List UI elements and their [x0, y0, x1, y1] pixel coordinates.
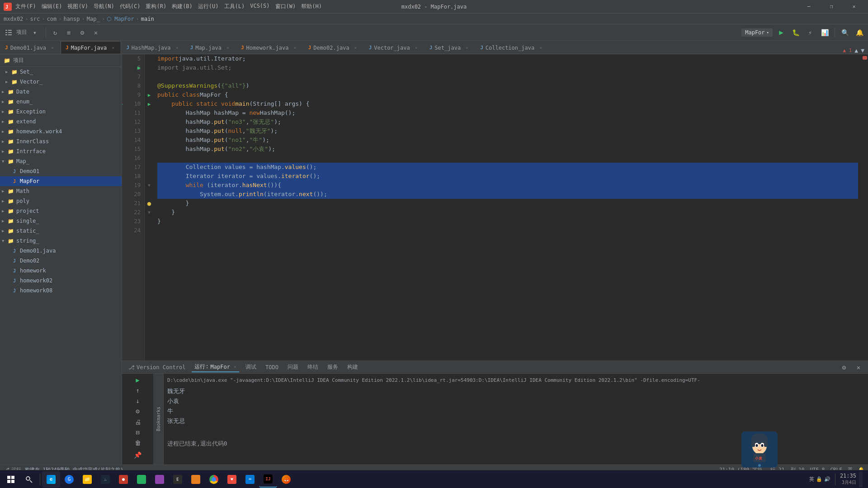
sidebar-item-set[interactable]: ▶ 📁 Set_ — [0, 67, 122, 77]
sidebar-item-homework02[interactable]: J homework02 — [0, 276, 122, 286]
bottom-tab-services[interactable]: 服务 — [325, 362, 341, 372]
bookmarks-label[interactable]: Bookmarks — [156, 407, 161, 431]
sidebar-item-date[interactable]: ▶ 📁 Date — [0, 87, 122, 97]
taskbar-notify2[interactable]: 🔊 — [824, 476, 830, 482]
taskbar-app6[interactable] — [132, 471, 151, 488]
sidebar-item-intrrface[interactable]: ▶ 📁 Intrrface — [0, 146, 122, 156]
sidebar-item-innerclass[interactable]: ▶ 📁 InnerClass — [0, 136, 122, 146]
sync-btn[interactable]: ↻ — [49, 27, 61, 38]
debug-button[interactable]: 🐛 — [790, 27, 802, 38]
tab-close-mapfor[interactable]: ✕ — [110, 45, 116, 51]
menu-window[interactable]: 窗口(W) — [275, 3, 296, 10]
profile-btn[interactable]: 📊 — [819, 27, 830, 38]
sidebar-item-project[interactable]: ▶ 📁 project — [0, 206, 122, 216]
menu-view[interactable]: 视图(V) — [67, 3, 88, 10]
taskbar-app7[interactable] — [151, 471, 169, 488]
taskbar-explorer[interactable]: 📁 — [78, 471, 96, 488]
sidebar-item-poly[interactable]: ▶ 📁 poly — [0, 196, 122, 206]
taskbar-app11[interactable]: ♥ — [223, 471, 241, 488]
code-content[interactable]: import java.util.Iterator; import java.u… — [154, 54, 862, 361]
taskbar-input-method[interactable]: 英 — [809, 476, 814, 483]
sidebar-item-homework[interactable]: J homework — [0, 266, 122, 276]
bottom-close-btn[interactable]: ✕ — [853, 361, 864, 373]
sidebar-item-single[interactable]: ▶ 📁 single_ — [0, 216, 122, 226]
tab-mapfor[interactable]: J MapFor.java ✕ — [61, 41, 121, 54]
breadcrumb-main[interactable]: main — [141, 16, 154, 22]
show-desktop-btn[interactable] — [859, 471, 863, 488]
print-btn[interactable]: 🖨 — [132, 418, 144, 426]
menu-edit[interactable]: 编辑(E) — [42, 3, 62, 10]
sidebar-item-homework-work4[interactable]: ▶ 📁 homework.work4 — [0, 127, 122, 136]
search-taskbar-btn[interactable] — [20, 471, 38, 488]
tab-map[interactable]: J Map.java ✕ — [185, 41, 236, 54]
editor-scrollbar[interactable] — [862, 54, 868, 361]
tab-vector[interactable]: J Vector_java ✕ — [364, 41, 425, 54]
sidebar-item-extend[interactable]: ▶ 📁 extend — [0, 117, 122, 127]
taskbar-intellij[interactable]: IJ — [259, 471, 277, 488]
project-dropdown[interactable]: ▾ — [29, 27, 41, 38]
menu-vcs[interactable]: VCS(S) — [250, 3, 269, 10]
sidebar-item-vector[interactable]: ▶ 📁 Vector_ — [0, 77, 122, 87]
run-config-selector[interactable]: MapFor ▾ — [741, 28, 773, 37]
tab-close-demo02[interactable]: ✕ — [353, 45, 359, 51]
tab-close-collection[interactable]: ✕ — [538, 45, 544, 51]
run-button[interactable]: ▶ — [775, 27, 787, 38]
close-panel-btn[interactable]: ✕ — [90, 27, 102, 38]
sidebar-item-enum[interactable]: ▶ 📁 enum_ — [0, 97, 122, 107]
collapse-btn[interactable]: ≡ — [63, 27, 75, 38]
breadcrumb-hansp[interactable]: hansp — [63, 16, 80, 22]
taskbar-app9[interactable] — [187, 471, 205, 488]
menu-navigate[interactable]: 导航(N) — [94, 3, 114, 10]
tab-set[interactable]: J Set_java ✕ — [425, 41, 475, 54]
tab-close-set[interactable]: ✕ — [464, 45, 470, 51]
bottom-tab-vcs[interactable]: ⎇ Version Control — [126, 363, 188, 371]
run-settings-btn2[interactable]: ⚙ — [132, 407, 144, 416]
minimize-button[interactable]: ─ — [798, 0, 819, 14]
start-btn[interactable] — [2, 471, 20, 488]
menu-run[interactable]: 运行(U) — [198, 3, 219, 10]
run-tab-close[interactable]: ✕ — [234, 364, 236, 369]
run-misc-btn[interactable]: ⊟ — [132, 428, 144, 436]
sidebar-item-map[interactable]: ▼ 📁 Map_ — [0, 156, 122, 166]
taskbar-firefox[interactable]: 🦊 — [277, 471, 295, 488]
breadcrumb-com[interactable]: com — [47, 16, 57, 22]
menu-help[interactable]: 帮助(H) — [301, 3, 322, 10]
search-btn[interactable]: 🔍 — [839, 27, 851, 38]
sidebar-item-demo02[interactable]: J Demo02 — [0, 256, 122, 266]
settings-btn[interactable]: ⚙ — [76, 27, 88, 38]
close-button[interactable]: ✕ — [844, 0, 864, 14]
tab-demo01[interactable]: J Demo01.java ✕ — [0, 41, 61, 54]
sidebar-item-demo01[interactable]: J Demo01 — [0, 166, 122, 176]
taskbar-epic[interactable]: E — [169, 471, 187, 488]
coverage-btn[interactable]: ⚡ — [804, 27, 816, 38]
rerun-btn[interactable]: ▶ — [132, 375, 144, 384]
tab-close-hashmap[interactable]: ✕ — [174, 45, 180, 51]
tab-close-homework[interactable]: ✕ — [292, 45, 298, 51]
breadcrumb-mxdx02[interactable]: mxdx02 — [4, 16, 23, 22]
bottom-tab-debug[interactable]: 调试 — [243, 362, 259, 372]
tab-hashmap[interactable]: J HashMap.java ✕ — [121, 41, 185, 54]
tab-close-vector[interactable]: ✕ — [413, 45, 420, 51]
bottom-tab-problems[interactable]: 问题 — [285, 362, 301, 372]
bottom-tab-run[interactable]: 运行: MapFor ✕ — [192, 362, 239, 372]
scroll-down-btn[interactable]: ↓ — [132, 397, 144, 405]
trash-btn[interactable]: 🗑 — [132, 439, 144, 447]
taskbar-vscode[interactable]: ⌨ — [241, 471, 259, 488]
taskbar-notify1[interactable]: 🔒 — [816, 476, 822, 482]
maximize-button[interactable]: ❐ — [821, 0, 842, 14]
menu-refactor[interactable]: 重构(R) — [146, 3, 166, 10]
taskbar-chrome[interactable] — [205, 471, 223, 488]
taskbar-clock[interactable]: 21:35 3月4日 — [840, 473, 856, 486]
sidebar-item-homework08[interactable]: J homework08 — [0, 286, 122, 296]
scroll-up-btn[interactable]: ↑ — [132, 386, 144, 394]
menu-tools[interactable]: 工具(L) — [224, 3, 245, 10]
sidebar-item-exception[interactable]: ▶ 📁 Exception — [0, 107, 122, 117]
tab-collection[interactable]: J Collection_java ✕ — [475, 41, 549, 54]
menu-build[interactable]: 构建(B) — [172, 3, 193, 10]
taskbar-steam[interactable]: ♨ — [96, 471, 114, 488]
tab-homework[interactable]: J Homework.java ✕ — [236, 41, 303, 54]
bottom-tab-todo[interactable]: TODO — [263, 363, 281, 371]
sidebar-item-static[interactable]: ▶ 📁 static_ — [0, 226, 122, 236]
breadcrumb-src[interactable]: src — [30, 16, 40, 22]
taskbar-edge[interactable]: e — [42, 471, 60, 488]
